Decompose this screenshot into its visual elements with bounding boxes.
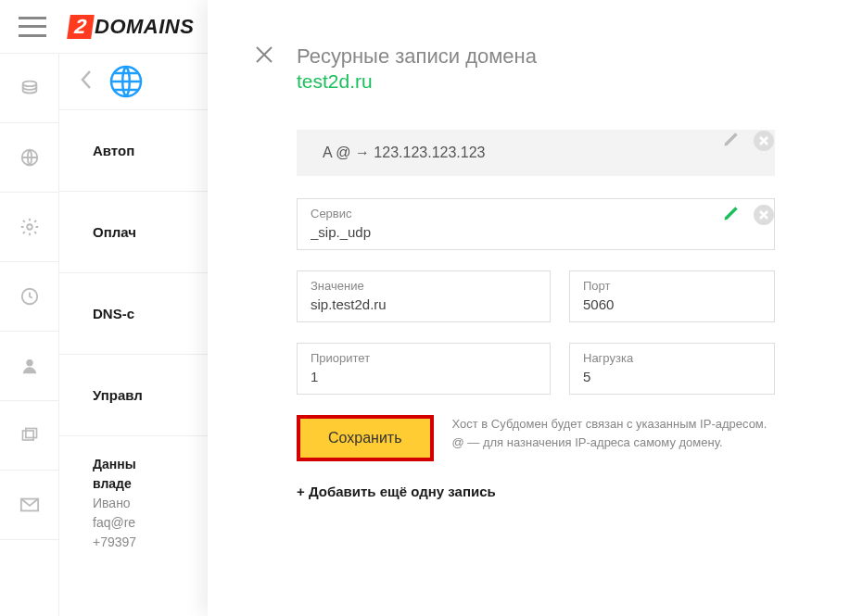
back-chevron-icon[interactable] — [80, 69, 93, 94]
svg-rect-5 — [22, 431, 33, 440]
menu-item-autorenew[interactable]: Автоп — [59, 109, 208, 191]
sidebar-windows-icon[interactable] — [0, 401, 58, 471]
port-input[interactable] — [583, 296, 761, 312]
logo-text: DOMAINS — [95, 15, 194, 39]
svg-rect-6 — [25, 429, 36, 438]
owner-details: Данны владе Ивано faq@re +79397 — [59, 435, 208, 552]
hint-text: Хост в Субдомен будет связан с указанным… — [452, 415, 768, 451]
service-label: Сервис — [311, 207, 761, 220]
svg-point-2 — [27, 224, 32, 230]
svg-point-0 — [22, 82, 36, 87]
sidebar-clock-icon[interactable] — [0, 262, 58, 332]
panel-title: Ресурные записи домена — [297, 44, 794, 69]
delete-active-icon[interactable] — [754, 205, 774, 225]
port-field[interactable]: Порт — [569, 270, 775, 322]
secondary-column: Автоп Оплач DNS-с Управл Данны владе Ива… — [59, 54, 208, 616]
existing-record-row[interactable]: A @ → 123.123.123.123 — [297, 130, 775, 176]
edit-active-icon[interactable] — [722, 204, 741, 226]
edit-record-icon[interactable] — [722, 130, 741, 152]
logo-badge: 2 — [67, 15, 95, 39]
priority-field[interactable]: Приоритет — [297, 343, 551, 395]
sidebar-user-icon[interactable] — [0, 332, 58, 401]
sidebar-gear-icon[interactable] — [0, 193, 58, 262]
sidebar-globe-icon[interactable] — [0, 123, 58, 193]
menu-item-dns[interactable]: DNS-с — [59, 272, 208, 354]
icon-sidebar — [0, 54, 59, 616]
weight-label: Нагрузка — [583, 351, 761, 365]
weight-field[interactable]: Нагрузка — [569, 343, 775, 395]
value-label: Значение — [311, 279, 537, 293]
close-icon[interactable] — [254, 44, 274, 69]
domain-name: test2d.ru — [297, 70, 794, 93]
dns-records-panel: Ресурные записи домена test2d.ru A @ → 1… — [208, 0, 850, 616]
service-field[interactable]: Сервис — [297, 198, 775, 250]
priority-label: Приоритет — [311, 351, 537, 365]
svg-point-4 — [26, 359, 32, 366]
service-input[interactable] — [311, 224, 761, 240]
sidebar-coins-icon[interactable] — [0, 54, 58, 123]
logo[interactable]: 2 DOMAINS — [69, 15, 194, 39]
priority-input[interactable] — [311, 369, 537, 384]
delete-record-icon[interactable] — [754, 131, 774, 151]
menu-item-paid[interactable]: Оплач — [59, 191, 208, 272]
value-input[interactable] — [311, 296, 537, 312]
value-field[interactable]: Значение — [297, 270, 551, 322]
hamburger-menu[interactable] — [19, 17, 46, 37]
weight-input[interactable] — [583, 369, 761, 384]
sidebar-mail-icon[interactable] — [0, 471, 58, 540]
menu-item-manage[interactable]: Управл — [59, 354, 208, 435]
add-record-link[interactable]: + Добавить ещё одну запись — [297, 484, 794, 499]
save-button[interactable]: Сохранить — [297, 415, 434, 461]
globe-icon[interactable] — [109, 65, 143, 98]
port-label: Порт — [583, 279, 761, 293]
